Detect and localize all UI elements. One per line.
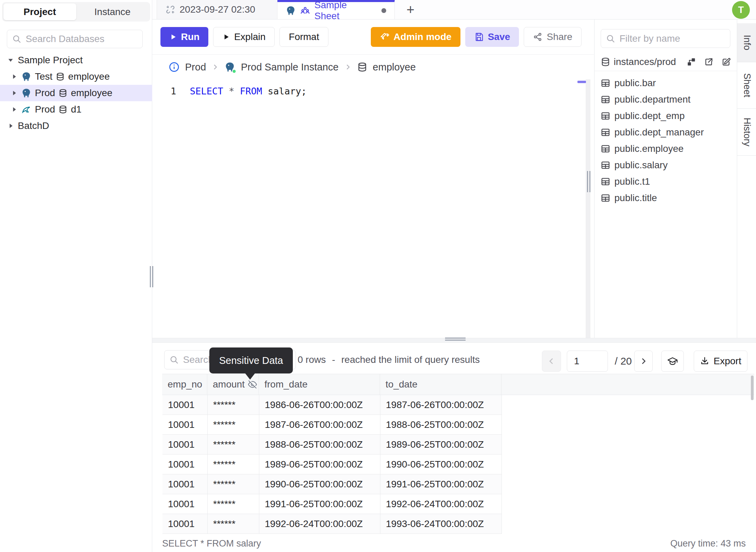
table-row[interactable]: 10001 ****** 1989-06-25T00:00:00Z 1990-0…: [162, 455, 754, 474]
table-list: public.bar public.department public.dept…: [595, 75, 737, 206]
table-list-item[interactable]: public.bar: [595, 75, 737, 91]
connection-breadcrumb: Prod Prod Sample Instance employee: [152, 55, 594, 79]
cell-masked: ******: [208, 494, 259, 514]
info-icon[interactable]: [169, 62, 180, 73]
cell: 10001: [162, 395, 208, 415]
sql-editor[interactable]: 1 SELECT * FROM salary;: [152, 79, 594, 338]
table-name: public.dept_manager: [614, 127, 704, 138]
caret-right-icon[interactable]: [10, 106, 18, 113]
sidebar-resize-handle[interactable]: [150, 266, 154, 287]
postgres-icon: [224, 62, 235, 73]
breadcrumb-instance[interactable]: Prod Sample Instance: [241, 62, 338, 73]
schema-diagram-icon[interactable]: [687, 57, 696, 67]
column-header-emp-no[interactable]: emp_no: [162, 374, 207, 395]
panel-resize-handle[interactable]: [587, 171, 591, 192]
cell: 1990-06-25T00:00:00Z: [259, 474, 380, 494]
cell: 1993-06-24T00:00:00Z: [380, 514, 502, 534]
share-icon: [533, 32, 543, 42]
caret-right-icon[interactable]: [10, 73, 18, 80]
table-row[interactable]: 10001 ****** 1987-06-26T00:00:00Z 1988-0…: [162, 415, 754, 435]
run-button[interactable]: Run: [160, 27, 208, 47]
database-search-input[interactable]: [26, 34, 138, 44]
tab-sheet[interactable]: Sheet: [737, 62, 756, 109]
tree-node-prod-d1[interactable]: Prod d1: [0, 101, 152, 118]
table-list-item[interactable]: public.dept_manager: [595, 124, 737, 141]
table-icon: [601, 78, 610, 88]
cell: 10001: [162, 455, 208, 474]
table-name: public.title: [614, 193, 657, 203]
results-resize-handle[interactable]: [445, 338, 466, 341]
tab-project[interactable]: Project: [3, 3, 76, 20]
export-button[interactable]: Export: [694, 351, 747, 372]
table-icon: [601, 111, 610, 121]
tab-instance[interactable]: Instance: [76, 3, 149, 20]
table-list-item[interactable]: public.employee: [595, 141, 737, 157]
table-row[interactable]: 10001 ****** 1986-06-26T00:00:00Z 1987-0…: [162, 395, 754, 415]
table-row[interactable]: 10001 ****** 1991-06-25T00:00:00Z 1992-0…: [162, 494, 754, 514]
cell: 10001: [162, 494, 208, 514]
external-link-icon[interactable]: [704, 57, 714, 67]
line-number: 1: [152, 84, 176, 98]
page-total: / 20: [615, 351, 632, 372]
prev-page-button[interactable]: [542, 351, 561, 372]
table-list-item[interactable]: public.t1: [595, 173, 737, 190]
table-list-item[interactable]: public.dept_emp: [595, 108, 737, 124]
sheet-tab-unsaved[interactable]: 2023-09-27 02:30: [157, 0, 277, 19]
breadcrumb-environment[interactable]: Prod: [185, 62, 206, 73]
tree-node-sample-project[interactable]: Sample Project: [0, 52, 152, 68]
sheet-tab-active[interactable]: Sample Sheet: [277, 0, 395, 19]
cell: 1987-06-26T00:00:00Z: [380, 395, 502, 415]
table-scrollbar[interactable]: [751, 376, 754, 400]
table-row[interactable]: 10001 ****** 1988-06-25T00:00:00Z 1989-0…: [162, 435, 754, 455]
database-icon: [357, 62, 367, 72]
table-filter-input[interactable]: [620, 33, 725, 44]
instance-online-dot: [232, 69, 236, 74]
explain-button[interactable]: Explain: [213, 27, 275, 47]
executed-query-text: SELECT * FROM salary: [162, 538, 261, 549]
column-header-from-date[interactable]: from_date: [259, 374, 380, 395]
graduation-cap-icon-button[interactable]: [661, 351, 684, 372]
database-icon: [58, 89, 67, 97]
page-number-input[interactable]: [567, 351, 608, 372]
env-label: Prod: [35, 104, 55, 115]
column-header-filler: [501, 374, 754, 395]
share-button[interactable]: Share: [524, 27, 582, 47]
save-button[interactable]: Save: [465, 27, 519, 47]
cell: 10001: [162, 415, 208, 435]
table-list-item[interactable]: public.title: [595, 190, 737, 206]
tree-node-test-employee[interactable]: Test employee: [0, 68, 152, 85]
table-row[interactable]: 10001 ****** 1992-06-24T00:00:00Z 1993-0…: [162, 514, 754, 534]
tree-node-batchd[interactable]: BatchD: [0, 118, 152, 134]
table-list-item[interactable]: public.salary: [595, 157, 737, 173]
admin-mode-button[interactable]: Admin mode: [371, 27, 460, 47]
table-icon: [601, 144, 610, 154]
edit-icon[interactable]: [721, 57, 731, 67]
caret-down-icon[interactable]: [7, 56, 14, 64]
cell: 1990-06-25T00:00:00Z: [380, 455, 502, 474]
next-page-button[interactable]: [634, 351, 653, 372]
tab-history[interactable]: History: [737, 109, 756, 156]
eye-off-icon[interactable]: [248, 380, 257, 389]
cell-masked: ******: [208, 395, 259, 415]
env-label: Test: [35, 71, 52, 82]
editor-scrollbar-track[interactable]: [586, 79, 590, 338]
caret-right-icon[interactable]: [7, 122, 14, 130]
table-row[interactable]: 10001 ****** 1990-06-25T00:00:00Z 1991-0…: [162, 474, 754, 494]
table-list-item[interactable]: public.department: [595, 91, 737, 108]
table-icon: [601, 95, 610, 104]
tab-info[interactable]: Info: [737, 23, 756, 62]
sheet-tab-label: Sample Sheet: [314, 0, 374, 22]
right-tab-strip: Info Sheet History: [737, 19, 756, 338]
breadcrumb-database[interactable]: employee: [373, 62, 416, 73]
add-tab-button[interactable]: +: [400, 0, 421, 19]
column-header-to-date[interactable]: to_date: [380, 374, 501, 395]
results-panel: 0 rows - reached the limit of query resu…: [152, 343, 756, 552]
table-filter[interactable]: [601, 29, 730, 48]
format-button[interactable]: Format: [279, 27, 328, 47]
avatar[interactable]: T: [732, 1, 750, 19]
tree-node-prod-employee[interactable]: Prod employee: [0, 85, 152, 101]
caret-right-icon[interactable]: [10, 89, 18, 97]
table-name: public.bar: [614, 78, 656, 89]
cell: 10001: [162, 514, 208, 534]
database-search[interactable]: [7, 30, 143, 48]
